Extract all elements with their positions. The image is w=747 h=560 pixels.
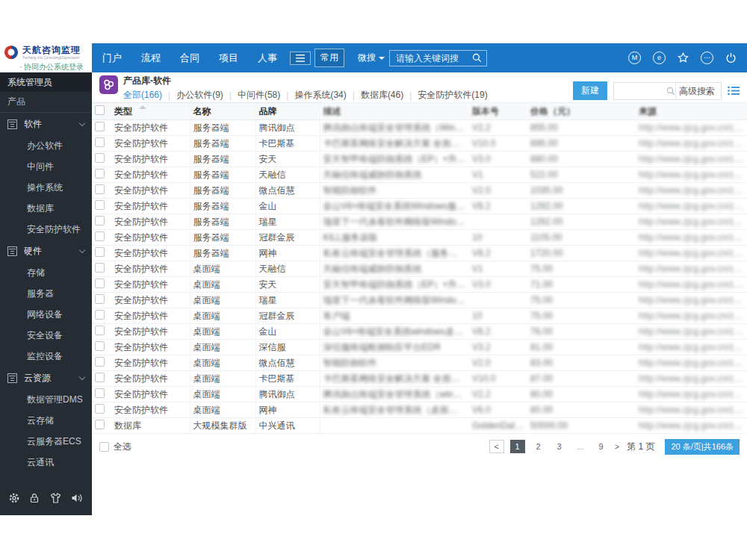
nav-item-4[interactable]: 项目 (219, 52, 238, 65)
row-checkbox[interactable] (95, 404, 105, 414)
tab-5[interactable]: 数据库(46) (361, 89, 403, 102)
page-button-9[interactable]: 9 (594, 440, 609, 453)
nav-item-1[interactable]: 门户 (102, 52, 122, 65)
sidebar-item-服务器[interactable]: 服务器 (0, 283, 92, 304)
sidebar-item-数据库[interactable]: 数据库 (0, 198, 92, 219)
tab-6[interactable]: 安全防护软件(19) (418, 89, 487, 102)
sidebar-item-操作系统[interactable]: 操作系统 (0, 177, 92, 198)
row-checkbox[interactable] (95, 420, 105, 429)
search-icon[interactable] (472, 53, 482, 63)
table-row[interactable]: 安全防护软件桌面端深信服深信服终端检测响应平台EDRV3.281.00http:… (92, 340, 747, 355)
page-jump-input[interactable]: 1 (638, 441, 643, 452)
sidebar-group-1[interactable]: 软件 (0, 113, 92, 135)
sidebar-item-安全设备[interactable]: 安全设备 (0, 325, 92, 346)
nav-item-3[interactable]: 合同 (180, 52, 199, 65)
table-row[interactable]: 安全防护软件桌面端冠群金辰客户端1075.00http://www.zjcg.g… (92, 308, 747, 324)
sidebar-item-云服务器ECS[interactable]: 云服务器ECS (0, 431, 92, 452)
select-all[interactable]: 全选 (99, 441, 131, 453)
m-circle-icon[interactable]: M (628, 52, 641, 64)
row-checkbox[interactable] (95, 216, 105, 225)
row-checkbox[interactable] (95, 357, 105, 367)
row-checkbox[interactable] (95, 184, 105, 194)
table-row[interactable]: 安全防护软件桌面端天融信天融信终端威胁防御系统V175.00http://www… (92, 261, 747, 277)
table-row[interactable]: 安全防护软件桌面端瑞星瑞星下一代杀毒软件网络版Windows桌面版75.00ht… (92, 293, 747, 308)
sidebar-item-中间件[interactable]: 中间件 (0, 156, 92, 177)
page-button-1[interactable]: 1 (510, 440, 525, 453)
nav-item-5[interactable]: 人事 (258, 52, 277, 65)
header-checkbox[interactable] (95, 105, 105, 115)
page-next-button[interactable]: > (615, 442, 619, 451)
row-checkbox[interactable] (95, 200, 105, 210)
table-row[interactable]: 安全防护软件服务器端安天安天智甲终端防御系统（EP）+升级服务V3.0880.0… (92, 152, 747, 167)
row-checkbox[interactable] (95, 263, 105, 273)
settings-gear-icon[interactable] (8, 492, 20, 504)
new-button[interactable]: 新建 (573, 81, 607, 100)
tab-2[interactable]: 办公软件(9) (176, 89, 223, 102)
sidebar-group-2[interactable]: 硬件 (0, 240, 92, 262)
row-checkbox[interactable] (95, 388, 105, 398)
row-checkbox[interactable] (95, 310, 105, 320)
table-row[interactable]: 安全防护软件桌面端网神私有云终端安全管理系统（桌面版）V6.080.00http… (92, 402, 747, 418)
lock-icon[interactable] (28, 492, 40, 504)
page-button-2[interactable]: 2 (531, 440, 546, 453)
theme-shirt-icon[interactable] (49, 492, 62, 504)
table-row[interactable]: 安全防护软件桌面端腾讯御点腾讯御点终端安全管理系统（windows版）V2.28… (92, 387, 747, 402)
table-row[interactable]: 安全防护软件服务器端瑞星瑞星下一代杀毒软件网络版Windows服务器版1292.… (92, 214, 747, 230)
global-search-input[interactable] (394, 52, 469, 64)
table-row[interactable]: 安全防护软件服务器端卡巴斯基卡巴斯基网络安全解决方案 全面防护 升级服务V10.… (92, 136, 747, 152)
table-row[interactable]: 安全防护软件桌面端微点佰慧智能防御软件V2.083.00http://www.z… (92, 355, 747, 371)
power-icon[interactable] (725, 52, 737, 63)
row-checkbox[interactable] (95, 279, 105, 288)
tab-4[interactable]: 操作系统(34) (294, 89, 346, 102)
row-checkbox[interactable] (95, 373, 105, 382)
table-row[interactable]: 安全防护软件服务器端冠群金辰KILL服务器版101105.00http://ww… (92, 230, 747, 246)
sidebar-item-办公软件[interactable]: 办公软件 (0, 135, 92, 156)
tab-1[interactable]: 全部(166) (123, 89, 162, 102)
nav-item-2[interactable]: 流程 (141, 52, 161, 65)
tab-3[interactable]: 中间件(58) (238, 89, 280, 102)
list-view-icon[interactable] (728, 86, 740, 96)
page-button-3[interactable]: 3 (552, 440, 567, 453)
volume-icon[interactable] (70, 492, 84, 504)
sidebar-item-网络设备[interactable]: 网络设备 (0, 304, 92, 325)
oa-login-link[interactable]: · 协同办公系统登录 (19, 62, 92, 72)
select-all-checkbox[interactable] (99, 442, 109, 452)
row-checkbox[interactable] (95, 341, 105, 351)
sidebar-item-云通讯[interactable]: 云通讯 (0, 452, 92, 473)
nav-item-changyong[interactable]: 常用 (314, 49, 344, 67)
row-checkbox[interactable] (95, 122, 105, 131)
more-circle-icon[interactable]: ⋯ (701, 52, 713, 64)
row-checkbox[interactable] (95, 247, 105, 257)
search-icon[interactable] (666, 87, 675, 96)
table-row[interactable]: 安全防护软件桌面端安天安天智甲终端防御系统（EP）+升级服务V3.071.00h… (92, 277, 747, 293)
row-checkbox[interactable] (95, 153, 105, 163)
table-row[interactable]: 安全防护软件服务器端网神私有云终端安全管理系统（服务器版）V8.21720.00… (92, 246, 747, 261)
nav-menu-button[interactable] (290, 52, 311, 65)
sidebar-item-数据管理DMS[interactable]: 数据管理DMS (0, 389, 92, 410)
sidebar-item-存储[interactable]: 存储 (0, 262, 92, 283)
advanced-search-button[interactable]: 高级搜索 (675, 83, 721, 99)
star-icon[interactable] (678, 52, 689, 63)
row-checkbox[interactable] (95, 137, 105, 147)
table-row[interactable]: 安全防护软件服务器端天融信天融信终端威胁防御系统V1522.00http://w… (92, 167, 747, 183)
wesearch-dropdown[interactable]: 微搜 (358, 52, 385, 64)
page-prev-button[interactable]: < (489, 440, 504, 453)
table-row[interactable]: 安全防护软件服务器端金山金山V8+终端安全系统Windows服务器版V8.212… (92, 199, 747, 214)
row-checkbox[interactable] (95, 294, 105, 304)
sidebar-item-监控设备[interactable]: 监控设备 (0, 346, 92, 367)
sidebar-item-云存储[interactable]: 云存储 (0, 410, 92, 431)
row-checkbox[interactable] (95, 169, 105, 178)
table-row[interactable]: 安全防护软件桌面端金山金山V8+终端安全系统windows桌面版V8.276.0… (92, 324, 747, 340)
sidebar-section-product[interactable]: 产品 (0, 92, 92, 113)
table-row[interactable]: 安全防护软件服务器端腾讯御点腾讯御点终端安全管理系统（Windows版）V2.2… (92, 120, 747, 136)
table-row[interactable]: 数据库大规模集群版中兴通讯GoldenData s...50000.00http… (92, 418, 747, 434)
table-row[interactable]: 安全防护软件桌面端卡巴斯基卡巴斯基网络安全解决方案 全面防护 升级服务V10.0… (92, 371, 747, 387)
table-row[interactable]: 安全防护软件服务器端微点佰慧智能防御软件V2.01035.00http://ww… (92, 183, 747, 199)
row-checkbox[interactable] (95, 326, 105, 335)
sidebar-group-3[interactable]: 云资源 (0, 367, 92, 389)
page-size-badge[interactable]: 20 条/页|共166条 (665, 439, 740, 455)
list-search-input[interactable] (614, 86, 666, 96)
row-checkbox[interactable] (95, 231, 105, 241)
sidebar-item-安全防护软件[interactable]: 安全防护软件 (0, 219, 92, 240)
message-circle-icon[interactable]: e (653, 52, 666, 64)
